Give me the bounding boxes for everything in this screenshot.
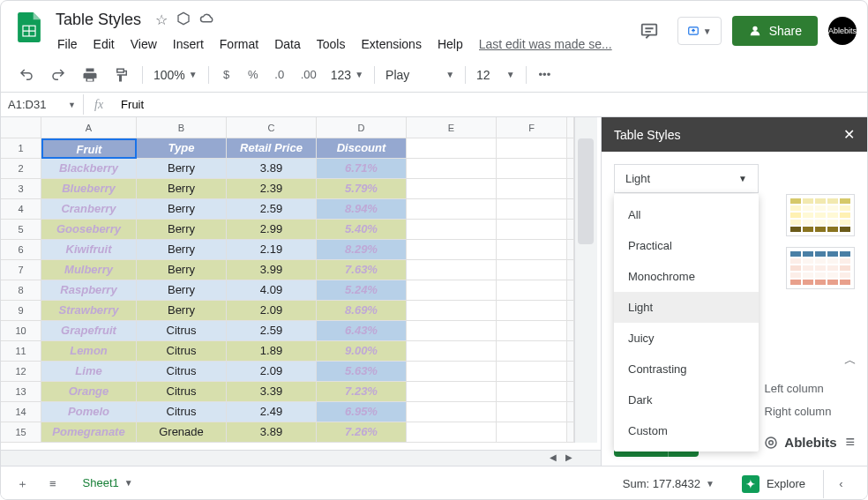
- cell[interactable]: [497, 220, 567, 240]
- cell[interactable]: Mulberry: [41, 260, 137, 280]
- menu-data[interactable]: Data: [267, 34, 308, 55]
- check-left-column[interactable]: ✓Left column: [744, 381, 856, 395]
- cell[interactable]: Grenade: [137, 422, 227, 443]
- cell[interactable]: Lime: [41, 362, 137, 382]
- zoom-combo[interactable]: 100%▼: [148, 64, 203, 86]
- cell[interactable]: Berry: [137, 240, 227, 260]
- cell[interactable]: 2.59: [227, 321, 317, 341]
- check-right-column[interactable]: ✓Right column: [744, 404, 856, 418]
- row-header[interactable]: 2: [1, 159, 41, 179]
- cell[interactable]: 6.43%: [317, 321, 407, 341]
- cell[interactable]: 6.95%: [317, 402, 407, 422]
- cell[interactable]: 5.63%: [317, 362, 407, 382]
- cell[interactable]: [407, 422, 497, 443]
- decrease-decimal-icon[interactable]: .0: [267, 63, 292, 87]
- cell[interactable]: Grapefruit: [41, 321, 137, 341]
- cell[interactable]: [497, 321, 567, 341]
- cell[interactable]: 2.49: [227, 402, 317, 422]
- row-header[interactable]: 14: [1, 402, 41, 422]
- row-header[interactable]: 12: [1, 362, 41, 382]
- menu-help[interactable]: Help: [430, 34, 470, 55]
- cell[interactable]: 9.00%: [317, 341, 407, 362]
- paint-format-icon[interactable]: [107, 63, 137, 87]
- category-option[interactable]: Practical: [614, 230, 759, 261]
- col-header[interactable]: E: [407, 117, 497, 138]
- cell[interactable]: Berry: [137, 159, 227, 179]
- cell[interactable]: Citrus: [137, 321, 227, 341]
- category-option[interactable]: Monochrome: [614, 261, 759, 292]
- style-thumb[interactable]: [786, 194, 855, 236]
- cell[interactable]: 7.23%: [317, 382, 407, 402]
- last-edit-link[interactable]: Last edit was made se...: [479, 37, 612, 51]
- row-header[interactable]: 1: [1, 138, 41, 159]
- all-sheets-icon[interactable]: ≡: [42, 470, 64, 497]
- cell[interactable]: [407, 138, 497, 159]
- cell[interactable]: 6.71%: [317, 159, 407, 179]
- cell[interactable]: [407, 159, 497, 179]
- horizontal-scrollbar[interactable]: ◀ ▶: [1, 450, 601, 466]
- style-thumb[interactable]: [786, 247, 855, 289]
- cell[interactable]: Retail Price: [227, 138, 317, 159]
- cell[interactable]: 3.39: [227, 382, 317, 402]
- category-option[interactable]: Custom: [614, 415, 759, 446]
- scroll-right-icon[interactable]: ▶: [562, 452, 576, 465]
- cell[interactable]: Kiwifruit: [41, 240, 137, 260]
- category-option[interactable]: All: [614, 199, 759, 230]
- doc-title[interactable]: Table Styles: [50, 10, 146, 30]
- menu-edit[interactable]: Edit: [86, 34, 122, 55]
- cell[interactable]: [497, 341, 567, 362]
- vertical-scrollbar[interactable]: [574, 117, 597, 443]
- row-header[interactable]: 11: [1, 341, 41, 362]
- cell[interactable]: [497, 362, 567, 382]
- col-header[interactable]: A: [41, 117, 137, 138]
- menu-tools[interactable]: Tools: [310, 34, 353, 55]
- cell[interactable]: Berry: [137, 220, 227, 240]
- cell[interactable]: Citrus: [137, 402, 227, 422]
- row-header[interactable]: 7: [1, 260, 41, 280]
- cell[interactable]: [407, 341, 497, 362]
- cell[interactable]: [407, 199, 497, 220]
- name-box[interactable]: A1:D31▼: [1, 94, 84, 115]
- cell[interactable]: [497, 240, 567, 260]
- cell[interactable]: 8.94%: [317, 199, 407, 220]
- cell[interactable]: 7.63%: [317, 260, 407, 280]
- cell[interactable]: Discount: [317, 138, 407, 159]
- cell[interactable]: 2.09: [227, 362, 317, 382]
- cell[interactable]: Raspberry: [41, 280, 137, 301]
- cell[interactable]: 7.26%: [317, 422, 407, 443]
- category-option[interactable]: Light: [614, 292, 759, 323]
- cell[interactable]: Citrus: [137, 382, 227, 402]
- row-header[interactable]: 13: [1, 382, 41, 402]
- account-avatar[interactable]: Ablebits: [828, 17, 857, 45]
- menu-view[interactable]: View: [123, 34, 164, 55]
- cell[interactable]: 3.89: [227, 422, 317, 443]
- category-option[interactable]: Dark: [614, 384, 759, 415]
- cell[interactable]: Blackberry: [41, 159, 137, 179]
- currency-icon[interactable]: $: [214, 63, 239, 87]
- menu-insert[interactable]: Insert: [166, 34, 211, 55]
- sheets-logo[interactable]: [11, 10, 47, 45]
- increase-decimal-icon[interactable]: .00: [294, 63, 324, 87]
- explore-button[interactable]: ✦Explore: [731, 470, 816, 498]
- cell[interactable]: 5.24%: [317, 280, 407, 301]
- cell[interactable]: 5.79%: [317, 179, 407, 199]
- cell[interactable]: [497, 179, 567, 199]
- cell[interactable]: Lemon: [41, 341, 137, 362]
- print-icon[interactable]: [75, 63, 105, 87]
- cell[interactable]: Gooseberry: [41, 220, 137, 240]
- share-button[interactable]: Share: [732, 16, 818, 46]
- cell[interactable]: [407, 382, 497, 402]
- cell[interactable]: [497, 260, 567, 280]
- menu-format[interactable]: Format: [213, 34, 266, 55]
- cell[interactable]: Citrus: [137, 341, 227, 362]
- format-combo[interactable]: 123▼: [326, 64, 369, 86]
- move-icon[interactable]: [176, 11, 191, 29]
- cell[interactable]: Berry: [137, 260, 227, 280]
- cell[interactable]: Orange: [41, 382, 137, 402]
- cell[interactable]: [407, 220, 497, 240]
- present-button[interactable]: ▼: [677, 17, 722, 45]
- row-header[interactable]: 6: [1, 240, 41, 260]
- font-combo[interactable]: Play▼: [380, 64, 460, 86]
- cell[interactable]: 8.29%: [317, 240, 407, 260]
- row-header[interactable]: 9: [1, 301, 41, 321]
